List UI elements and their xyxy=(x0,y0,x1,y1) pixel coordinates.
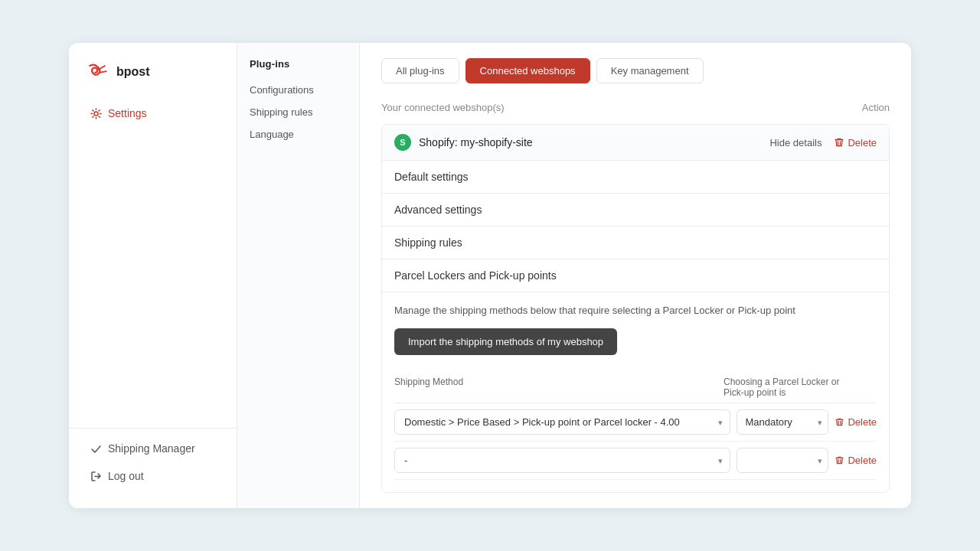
tabs-row: All plug-ins Connected webshops Key mana… xyxy=(381,58,890,83)
tab-key-management[interactable]: Key management xyxy=(596,58,704,83)
settings-label: Settings xyxy=(108,107,147,119)
method-select-2[interactable]: - Domestic > Price Based > Pick-up point… xyxy=(394,448,730,473)
logout-icon xyxy=(90,471,102,482)
mandatory-select-2[interactable]: Mandatory Optional xyxy=(737,448,828,473)
sidebar: bpost Settings Shipping Manager xyxy=(69,43,237,508)
delete-row-2-button[interactable]: Delete xyxy=(835,455,877,466)
sidebar-nav: Settings xyxy=(69,101,237,428)
webshop-actions: Hide details Delete xyxy=(769,137,877,148)
sidebar-bottom: Shipping Manager Log out xyxy=(69,428,237,496)
webshop-name-area: S Shopify: my-shopify-site xyxy=(394,134,533,151)
webshop-name: Shopify: my-shopify-site xyxy=(419,136,533,148)
sub-nav-configurations[interactable]: Configurations xyxy=(237,79,359,101)
accordion-default-settings[interactable]: Default settings xyxy=(382,161,889,194)
tab-all-plugins[interactable]: All plug-ins xyxy=(381,58,459,83)
accordion-parcel-lockers[interactable]: Parcel Lockers and Pick-up points xyxy=(382,259,889,292)
logo-area: bpost xyxy=(69,61,237,101)
sub-nav-language[interactable]: Language xyxy=(237,123,359,145)
delete-row-1-button[interactable]: Delete xyxy=(835,416,877,428)
check-icon xyxy=(90,443,102,455)
method-select-1[interactable]: Domestic > Price Based > Pick-up point o… xyxy=(394,409,730,435)
hide-details-button[interactable]: Hide details xyxy=(769,137,822,148)
logout-label: Log out xyxy=(108,470,144,482)
main-content: All plug-ins Connected webshops Key mana… xyxy=(360,43,911,508)
svg-point-0 xyxy=(94,112,98,116)
delete-row-2-label: Delete xyxy=(848,455,877,466)
action-label: Action xyxy=(862,102,890,113)
webshop-header: S Shopify: my-shopify-site Hide details … xyxy=(382,125,889,161)
table-row: Domestic > Price Based > Pick-up point o… xyxy=(394,403,877,442)
parcel-description: Manage the shipping methods below that r… xyxy=(394,305,877,316)
mandatory-select-wrapper-2: Mandatory Optional ▾ xyxy=(737,448,828,473)
section-title: Your connected webshop(s) xyxy=(381,102,505,113)
col-choose-header: Choosing a Parcel Locker or Pick-up poin… xyxy=(724,377,877,398)
bpost-logo-icon xyxy=(84,61,112,83)
accordion-advanced-settings[interactable]: Advanced settings xyxy=(382,194,889,227)
method-select-wrapper-1: Domestic > Price Based > Pick-up point o… xyxy=(394,409,730,435)
table-header: Shipping Method Choosing a Parcel Locker… xyxy=(394,370,877,403)
shipping-manager-label: Shipping Manager xyxy=(108,442,195,455)
sub-sidebar-title: Plug-ins xyxy=(237,58,359,79)
sidebar-item-settings[interactable]: Settings xyxy=(81,101,224,126)
delete-row-1-label: Delete xyxy=(848,416,877,428)
section-header: Your connected webshop(s) Action xyxy=(381,102,890,113)
gear-icon xyxy=(90,108,102,119)
main-card: bpost Settings Shipping Manager xyxy=(69,43,911,508)
delete-webshop-label: Delete xyxy=(848,137,877,148)
delete-webshop-button[interactable]: Delete xyxy=(834,137,877,148)
webshop-row: S Shopify: my-shopify-site Hide details … xyxy=(381,124,890,493)
trash-icon xyxy=(834,137,844,148)
logo-text: bpost xyxy=(116,65,150,79)
trash-icon-row1 xyxy=(835,417,844,427)
sidebar-item-shipping-manager[interactable]: Shipping Manager xyxy=(81,438,224,459)
mandatory-select-wrapper-1: Mandatory Optional ▾ xyxy=(737,409,828,435)
accordion-shipping-rules[interactable]: Shipping rules xyxy=(382,227,889,259)
sidebar-item-logout[interactable]: Log out xyxy=(81,465,224,487)
table-row: - Domestic > Price Based > Pick-up point… xyxy=(394,442,877,480)
import-shipping-methods-button[interactable]: Import the shipping methods of my websho… xyxy=(394,328,617,355)
method-select-wrapper-2: - Domestic > Price Based > Pick-up point… xyxy=(394,448,730,473)
trash-icon-row2 xyxy=(835,455,844,465)
mandatory-select-1[interactable]: Mandatory Optional xyxy=(737,409,828,435)
tab-connected-webshops[interactable]: Connected webshops xyxy=(466,58,590,83)
col-method-header: Shipping Method xyxy=(394,377,724,387)
parcel-content: Manage the shipping methods below that r… xyxy=(382,292,889,492)
status-dot: S xyxy=(394,134,411,151)
sub-sidebar: Plug-ins Configurations Shipping rules L… xyxy=(237,43,360,508)
sub-nav-shipping-rules[interactable]: Shipping rules xyxy=(237,101,359,123)
